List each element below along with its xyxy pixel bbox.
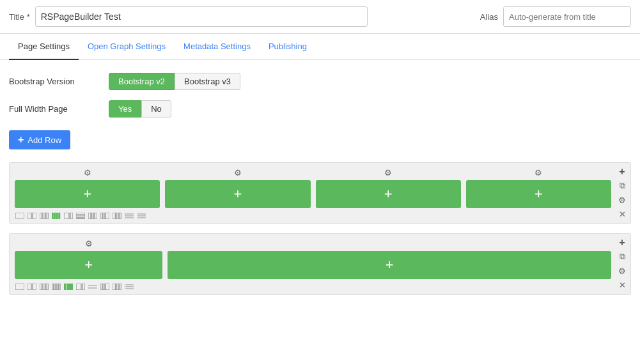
svg-point-60 xyxy=(125,288,126,289)
svg-point-32 xyxy=(137,217,138,218)
layout-2-1[interactable] xyxy=(63,212,74,220)
svg-point-58 xyxy=(125,284,126,285)
col-2-1: ⚙ + xyxy=(15,239,162,279)
title-label: Title * xyxy=(9,12,30,22)
row1-close-btn[interactable]: ✕ xyxy=(616,208,628,220)
svg-point-31 xyxy=(137,215,138,216)
layout-mixed1[interactable] xyxy=(100,212,110,220)
row2-copy-btn[interactable]: ⧉ xyxy=(616,250,628,263)
row2-layout-3col[interactable] xyxy=(39,283,49,291)
layout-mixed2[interactable] xyxy=(112,212,122,220)
svg-rect-42 xyxy=(59,284,61,290)
col-1-1-add-btn[interactable]: + xyxy=(15,180,160,208)
row2-layout-2-1[interactable] xyxy=(75,283,86,291)
svg-rect-0 xyxy=(15,213,24,219)
row2-layout-mixed1[interactable] xyxy=(100,283,110,291)
col-1-4-gear-icon[interactable]: ⚙ xyxy=(535,168,542,178)
fullwidth-yes-btn[interactable]: Yes xyxy=(109,100,141,118)
svg-rect-16 xyxy=(92,213,94,219)
col-1-4: ⚙ + xyxy=(466,168,611,208)
col-2-1-gear-icon[interactable]: ⚙ xyxy=(85,239,93,248)
fullwidth-no-btn[interactable]: No xyxy=(141,100,171,118)
alias-input[interactable] xyxy=(503,6,631,27)
col-1-1: ⚙ + xyxy=(15,168,160,208)
layout-2col[interactable] xyxy=(27,212,37,220)
svg-rect-18 xyxy=(100,213,102,219)
layout-list1[interactable] xyxy=(124,212,134,220)
layout-3col[interactable] xyxy=(39,212,49,220)
svg-rect-2 xyxy=(33,213,36,219)
svg-rect-7 xyxy=(54,213,56,219)
tab-page-settings[interactable]: Page Settings xyxy=(9,34,79,60)
row2-layout-1-3-selected[interactable] xyxy=(63,283,74,291)
svg-rect-6 xyxy=(52,213,54,219)
svg-rect-53 xyxy=(116,284,118,290)
svg-rect-41 xyxy=(56,284,58,290)
svg-rect-46 xyxy=(82,284,85,290)
col-2-2-add-btn[interactable]: + xyxy=(168,251,611,279)
row2-layout-list[interactable] xyxy=(124,283,134,291)
col-1-4-add-btn[interactable]: + xyxy=(466,180,611,208)
svg-rect-37 xyxy=(43,284,45,290)
svg-rect-40 xyxy=(54,284,56,290)
row2-layout-mixed2[interactable] xyxy=(112,283,122,291)
col-2-1-add-btn[interactable]: + xyxy=(15,251,162,279)
row1-copy-btn[interactable]: ⧉ xyxy=(616,179,628,192)
row2-layout-1col[interactable] xyxy=(15,283,25,291)
bootstrap-v2-btn[interactable]: Bootstrap v2 xyxy=(109,73,175,90)
col-1-2-gear-icon[interactable]: ⚙ xyxy=(234,168,242,178)
row1-actions: + ⧉ ⚙ ✕ xyxy=(614,163,630,223)
svg-rect-22 xyxy=(116,213,118,219)
title-text: Title xyxy=(9,12,24,22)
row2-add-col-btn[interactable]: + xyxy=(616,236,628,249)
row2-settings-btn[interactable]: ⚙ xyxy=(616,264,628,277)
page-row-2: ⚙ + ⚙ + xyxy=(9,233,631,295)
settings-area: Bootstrap Version Bootstrap v2 Bootstrap… xyxy=(0,60,640,162)
col-1-1-gear-icon[interactable]: ⚙ xyxy=(84,168,91,178)
header-bar: Title * Alias xyxy=(0,0,640,34)
col-1-3-add-btn[interactable]: + xyxy=(316,180,461,208)
fullwidth-label: Full Width Page xyxy=(9,104,98,114)
svg-rect-1 xyxy=(27,213,31,219)
svg-point-30 xyxy=(137,213,138,215)
layout-3row[interactable] xyxy=(75,212,86,220)
row2-close-btn[interactable]: ✕ xyxy=(616,278,628,291)
col-1-3: ⚙ + xyxy=(316,168,461,208)
col-1-2-add-btn[interactable]: + xyxy=(165,180,310,208)
row1-add-col-btn[interactable]: + xyxy=(616,165,628,178)
layout-list2[interactable] xyxy=(136,212,146,220)
row2-layout-3row[interactable] xyxy=(88,283,98,291)
row1-columns: ⚙ + ⚙ + ⚙ + ⚙ + xyxy=(15,168,625,208)
bootstrap-label: Bootstrap Version xyxy=(9,77,98,86)
layout-1col[interactable] xyxy=(15,212,25,220)
svg-rect-13 xyxy=(76,215,85,217)
layout-4col-selected[interactable] xyxy=(51,212,61,220)
svg-rect-54 xyxy=(120,284,121,290)
svg-rect-50 xyxy=(103,284,105,290)
tab-metadata[interactable]: Metadata Settings xyxy=(175,34,260,60)
col-1-3-gear-icon[interactable]: ⚙ xyxy=(384,168,392,178)
svg-rect-33 xyxy=(15,284,24,290)
svg-rect-9 xyxy=(59,213,61,219)
svg-rect-45 xyxy=(76,284,81,290)
title-input[interactable] xyxy=(35,6,368,27)
tab-open-graph[interactable]: Open Graph Settings xyxy=(79,34,175,60)
row2-actions: + ⧉ ⚙ ✕ xyxy=(614,234,630,294)
bootstrap-v3-btn[interactable]: Bootstrap v3 xyxy=(175,73,240,90)
tab-publishing[interactable]: Publishing xyxy=(260,34,316,60)
svg-rect-11 xyxy=(70,213,73,219)
row1-settings-btn[interactable]: ⚙ xyxy=(616,193,628,206)
svg-rect-15 xyxy=(88,213,91,219)
row2-layout-4col[interactable] xyxy=(51,283,61,291)
layout-1-3[interactable] xyxy=(88,212,98,220)
row2-layout-2col[interactable] xyxy=(27,283,37,291)
col-2-2: ⚙ + xyxy=(168,239,611,279)
svg-rect-21 xyxy=(113,213,116,219)
svg-rect-5 xyxy=(46,213,49,219)
svg-rect-23 xyxy=(120,213,121,219)
add-row-button[interactable]: + Add Row xyxy=(9,130,70,149)
svg-rect-38 xyxy=(46,284,49,290)
svg-rect-3 xyxy=(40,213,42,219)
svg-point-59 xyxy=(125,286,126,287)
svg-rect-52 xyxy=(113,284,116,290)
